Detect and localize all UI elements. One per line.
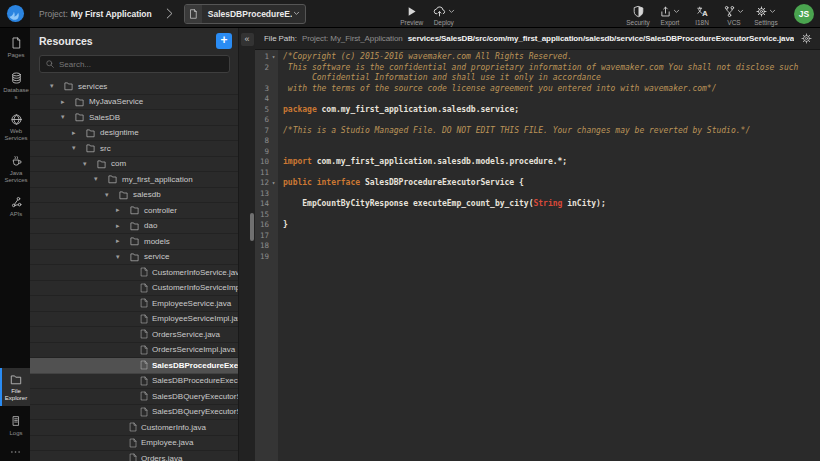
tree-item-label: SalesDBQueryExecutorServiceImpl.java: [152, 407, 238, 416]
fold-spacer: [269, 147, 278, 158]
sidebar-item-apis[interactable]: APIs: [0, 191, 30, 222]
line-number: 5: [255, 105, 269, 116]
file-path-label: File Path:: [264, 34, 297, 43]
fold-arrow-icon[interactable]: ▾: [269, 178, 278, 189]
expand-arrow-icon[interactable]: ▾: [50, 82, 63, 90]
expand-arrow-icon[interactable]: ▾: [105, 191, 118, 199]
tree-item-src[interactable]: ▾src: [30, 141, 238, 157]
tree-item-label: com: [111, 159, 126, 168]
fold-spacer: [269, 241, 278, 252]
apis-label: APIs: [2, 211, 30, 218]
search-icon: [45, 59, 55, 69]
tree-item-models[interactable]: ▸models: [30, 234, 238, 250]
tree-item-employeeservice-java[interactable]: EmployeeService.java: [30, 296, 238, 312]
code-text: }: [278, 220, 820, 231]
tree-item-controller[interactable]: ▸controller: [30, 203, 238, 219]
collapse-arrow-icon[interactable]: ▸: [72, 129, 85, 137]
tree-scrollbar-thumb[interactable]: [250, 213, 254, 241]
code-line-18: 18: [255, 241, 820, 252]
code-text: public interface SalesDBProcedureExecuto…: [278, 178, 820, 189]
more-options-button[interactable]: [0, 441, 30, 461]
expand-arrow-icon[interactable]: ▾: [94, 175, 107, 183]
expand-arrow-icon[interactable]: ▾: [83, 160, 96, 168]
sidebar-item-java-services[interactable]: Java Services: [0, 149, 30, 188]
tree-item-salesdbprocedureexecutorservice-java[interactable]: SalesDBProcedureExecutorService.java: [30, 358, 238, 374]
fold-spacer: [269, 168, 278, 179]
caret-down-icon: [672, 7, 681, 16]
tree-item-my-first-application[interactable]: ▾my_first_application: [30, 172, 238, 188]
tree-item-customerinfo-java[interactable]: CustomerInfo.java: [30, 420, 238, 436]
add-resource-button[interactable]: +: [216, 33, 232, 49]
line-number: 6: [255, 115, 269, 126]
expand-arrow-icon[interactable]: ▾: [72, 144, 85, 152]
code-line-17: 17: [255, 231, 820, 242]
resources-search[interactable]: Search...: [39, 55, 230, 73]
tree-item-customerinfoserviceimpl-java[interactable]: CustomerInfoServiceImpl.java: [30, 281, 238, 297]
tree-item-com[interactable]: ▾com: [30, 157, 238, 173]
editor-settings-gear-icon[interactable]: [800, 32, 813, 45]
folder-icon: [9, 373, 23, 386]
security-button[interactable]: Security: [622, 1, 654, 26]
line-number: 1: [255, 52, 269, 63]
code-line-2: 2 This software is the confidential and …: [255, 63, 820, 74]
tree-item-label: CustomerInfoService.java: [152, 268, 238, 277]
code-line-7: 7/*This is a Studio Managed File. DO NOT…: [255, 126, 820, 137]
tree-item-employeeserviceimpl-java[interactable]: EmployeeServiceImpl.java: [30, 312, 238, 328]
tree-item-salesdbqueryexecutorservice-java[interactable]: SalesDBQueryExecutorService.java: [30, 389, 238, 405]
i18n-button[interactable]: AI18N: [686, 1, 718, 26]
vcs-button[interactable]: VCS: [718, 1, 750, 26]
tree-item-label: OrdersServiceImpl.java: [152, 345, 235, 354]
tree-item-ordersserviceimpl-java[interactable]: OrdersServiceImpl.java: [30, 343, 238, 359]
sidebar-item-file-explorer[interactable]: File Explorer: [0, 368, 30, 406]
file-path-value: services/SalesDB/src/com/my_first_applic…: [408, 34, 794, 43]
preview-button[interactable]: Preview: [396, 1, 428, 26]
deploy-button[interactable]: Deploy: [428, 1, 460, 26]
code-text: package com.my_first_application.salesdb…: [278, 105, 820, 116]
tree-item-ordersservice-java[interactable]: OrdersService.java: [30, 327, 238, 343]
expand-arrow-icon[interactable]: ▾: [61, 113, 74, 121]
tree-item-designtime[interactable]: ▸designtime: [30, 126, 238, 142]
ide-window: Project: My First Application SalesDBPro…: [0, 0, 820, 461]
tree-item-orders-java[interactable]: Orders.java: [30, 451, 238, 461]
expand-arrow-icon[interactable]: ▾: [116, 253, 129, 261]
tree-item-salesdb[interactable]: ▾salesdb: [30, 188, 238, 204]
collapse-arrow-icon[interactable]: ▸: [116, 237, 129, 245]
search-placeholder: Search...: [59, 60, 91, 69]
export-button[interactable]: Export: [654, 1, 686, 26]
fold-spacer: [269, 189, 278, 200]
user-avatar[interactable]: JS: [794, 4, 814, 24]
tree-item-salesdbqueryexecutorserviceimpl-java[interactable]: SalesDBQueryExecutorServiceImpl.java: [30, 405, 238, 421]
tree-item-services[interactable]: ▾services: [30, 79, 238, 95]
code-text: with the terms of the source code licens…: [278, 84, 820, 95]
wavemaker-logo[interactable]: [0, 0, 30, 27]
code-text: [278, 210, 820, 221]
tree-item-customerinfoservice-java[interactable]: CustomerInfoService.java: [30, 265, 238, 281]
pages-icon: [10, 36, 23, 50]
collapse-arrow-icon[interactable]: ▸: [61, 98, 74, 106]
collapse-arrow-icon[interactable]: ▸: [116, 222, 129, 230]
tree-item-salesdb[interactable]: ▾SalesDB: [30, 110, 238, 126]
sidebar-item-pages[interactable]: Pages: [0, 31, 30, 63]
fold-arrow-icon[interactable]: ▾: [269, 52, 278, 63]
tree-item-salesdbprocedureexecutorserviceimpl-java[interactable]: SalesDBProcedureExecutorServiceImpl.java: [30, 374, 238, 390]
sidebar-item-web-services[interactable]: Web Services: [0, 108, 30, 146]
tree-item-dao[interactable]: ▸dao: [30, 219, 238, 235]
tree-item-myjavaservice[interactable]: ▸MyJavaService: [30, 95, 238, 111]
sidebar-item-logs[interactable]: Logs: [0, 409, 30, 441]
sidebar-item-databases[interactable]: Databases: [0, 66, 30, 105]
code-text: [278, 252, 820, 263]
collapse-arrow-icon[interactable]: ▸: [116, 206, 129, 214]
java-services-label: Java Services: [2, 170, 30, 184]
resources-title: Resources: [39, 35, 216, 47]
collapse-panel-button[interactable]: «: [241, 33, 254, 46]
code-line-16: 16}: [255, 220, 820, 231]
file-icon: [185, 5, 202, 23]
tree-item-employee-java[interactable]: Employee.java: [30, 436, 238, 452]
settings-button[interactable]: Settings: [750, 1, 782, 26]
tree-item-service[interactable]: ▾service: [30, 250, 238, 266]
shield-icon: [632, 5, 645, 18]
play-icon: [405, 5, 418, 18]
code-line-8: 8: [255, 136, 820, 147]
code-editor[interactable]: 1▾/*Copyright (c) 2015-2016 wavemaker.co…: [255, 50, 820, 461]
open-file-dropdown[interactable]: SalesDBProcedureE...: [184, 4, 306, 24]
